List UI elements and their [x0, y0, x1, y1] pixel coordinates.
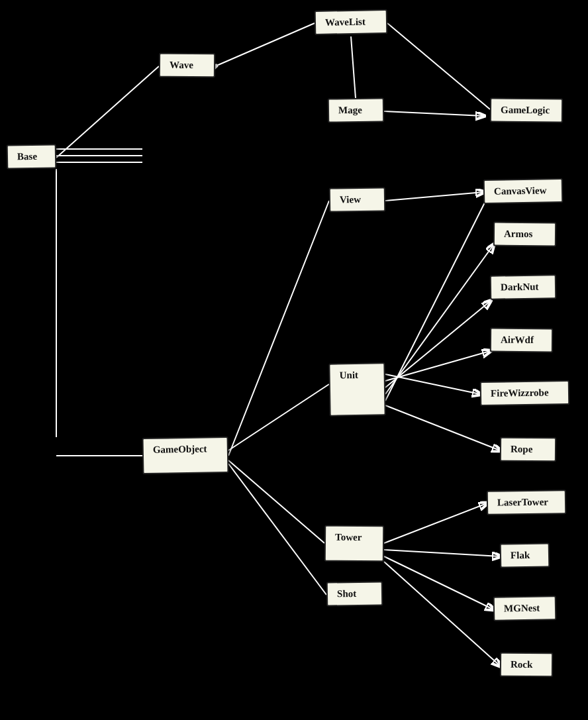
node-armos[interactable]: Armos [493, 222, 556, 247]
node-tower[interactable]: Tower [324, 525, 384, 562]
svg-line-17 [385, 245, 493, 394]
svg-line-18 [385, 192, 490, 401]
node-mage[interactable]: Mage [328, 97, 385, 123]
node-shot[interactable]: Shot [326, 581, 383, 606]
node-unit[interactable]: Unit [328, 362, 385, 416]
svg-line-19 [385, 405, 500, 450]
svg-line-23 [384, 562, 500, 666]
node-lasertower[interactable]: LaserTower [487, 489, 567, 515]
node-gamelogic[interactable]: GameLogic [490, 98, 563, 123]
node-rope[interactable]: Rope [500, 437, 556, 462]
svg-line-0 [215, 23, 315, 66]
svg-line-20 [384, 503, 487, 543]
svg-line-11 [228, 460, 324, 543]
node-wavelist[interactable]: WaveList [315, 9, 388, 35]
svg-line-15 [385, 351, 490, 381]
node-wave[interactable]: Wave [159, 53, 215, 78]
node-darknut[interactable]: DarkNut [490, 274, 557, 299]
node-canvasview[interactable]: CanvasView [483, 178, 564, 204]
node-view[interactable]: View [329, 187, 386, 212]
svg-line-2 [387, 23, 490, 109]
node-firewizzrobe[interactable]: FireWizzrobe [480, 380, 570, 406]
node-mgnest[interactable]: MGNest [493, 595, 557, 621]
svg-line-1 [351, 36, 356, 98]
node-flak[interactable]: Flak [500, 542, 550, 568]
svg-line-21 [384, 550, 500, 556]
node-base[interactable]: Base [7, 144, 57, 169]
svg-line-13 [385, 192, 483, 201]
node-gameobject[interactable]: GameObject [142, 437, 229, 474]
svg-line-16 [385, 301, 490, 387]
svg-line-22 [384, 556, 493, 609]
node-airwdf[interactable]: AirWdf [490, 328, 553, 353]
svg-line-24 [384, 111, 483, 116]
svg-line-12 [228, 464, 326, 595]
node-rock[interactable]: Rock [500, 652, 553, 678]
svg-line-3 [56, 66, 159, 158]
